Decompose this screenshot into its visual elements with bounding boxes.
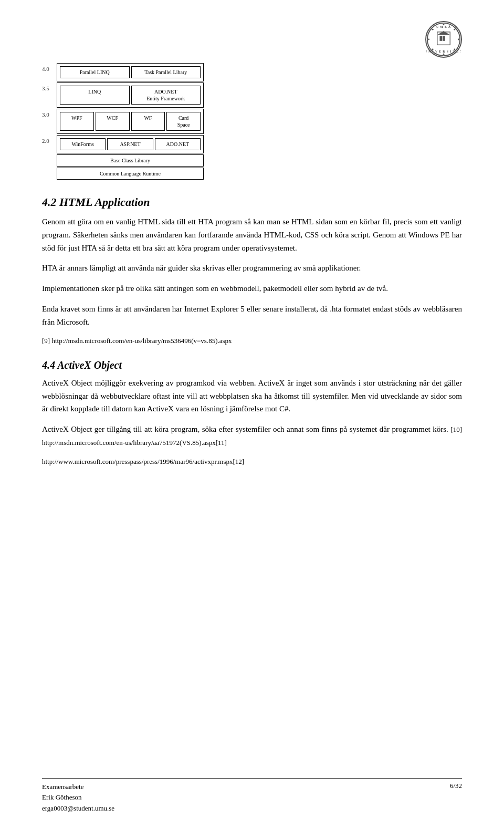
section-42-para3: Implementationen sker på tre olika sätt … <box>42 282 462 295</box>
section-42-reference: [9] http://msdn.microsoft.com/en-us/libr… <box>42 336 462 346</box>
task-parallel-cell: Task Parallel Libary <box>131 66 201 78</box>
section-44-heading: 4.4 ActiveX Object <box>42 359 462 371</box>
wcf-cell: WCF <box>96 112 130 131</box>
diagram-content-40: Parallel LINQ Task Parallel Libary <box>57 63 462 81</box>
svg-point-13 <box>428 39 429 40</box>
svg-point-12 <box>432 48 434 50</box>
svg-point-14 <box>432 29 434 30</box>
section-44-para2-text: ActiveX Object ger tillgång till att kör… <box>42 425 448 433</box>
section-42-para1: Genom att göra om en vanlig HTML sida ti… <box>42 215 462 254</box>
footer-label1: Examensarbete <box>42 782 114 793</box>
footer-label3: erga0003@student.umu.se <box>42 803 114 814</box>
svg-text:U N I V E R S I T E T: U N I V E R S I T E T <box>426 50 461 53</box>
adonet-cell: ADO.NET <box>155 138 201 150</box>
page-footer: Examensarbete Erik Götheson erga0003@stu… <box>42 778 462 814</box>
bcl-cell: Base Class Library <box>57 154 204 167</box>
logo-area: U M E Å U N I V E R S I T E T <box>42 21 462 58</box>
version-label-20: 2.0 <box>42 135 57 153</box>
footer-info: Examensarbete Erik Götheson erga0003@stu… <box>42 782 114 814</box>
version-label-35: 3.5 <box>42 82 57 108</box>
diagram-row-bcl: Base Class Library <box>42 154 462 167</box>
clr-cell: Common Language Runtime <box>57 168 204 180</box>
adonet-ef-cell: ADO.NET Entity Framework <box>131 86 201 105</box>
university-logo: U M E Å U N I V E R S I T E T <box>425 21 462 58</box>
parallel-linq-cell: Parallel LINQ <box>60 66 130 78</box>
diagram-row-clr: Common Language Runtime <box>42 168 462 180</box>
section-44-ref2: http://www.microsoft.com/presspass/press… <box>42 456 462 467</box>
footer-label2: Erik Götheson <box>42 792 114 803</box>
diagram-row-40: 4.0 Parallel LINQ Task Parallel Libary <box>42 63 462 81</box>
section-44-para1: ActiveX Object möjliggör exekvering av p… <box>42 377 462 416</box>
section-42-para4: Enda kravet som finns är att användaren … <box>42 303 462 329</box>
svg-point-11 <box>443 54 445 55</box>
version-label-30: 3.0 <box>42 109 57 134</box>
version-label-blank1 <box>42 154 57 167</box>
diagram-row-20: 2.0 WinForms ASP.NET ADO.NET <box>42 135 462 153</box>
diagram-content-30: WPF WCF WF Card Space <box>57 109 462 134</box>
section-44-para2: ActiveX Object ger tillgång till att kör… <box>42 423 462 449</box>
winforms-cell: WinForms <box>60 138 106 150</box>
diagram-row-30: 3.0 WPF WCF WF Card Space <box>42 109 462 134</box>
dotnet-diagram: 4.0 Parallel LINQ Task Parallel Libary 3… <box>42 63 462 180</box>
svg-rect-4 <box>439 36 442 40</box>
svg-marker-6 <box>437 31 450 35</box>
section-42-para2: HTA är annars lämpligt att använda när g… <box>42 262 462 275</box>
aspnet-cell: ASP.NET <box>107 138 153 150</box>
section-42-heading: 4.2 HTML Application <box>42 195 462 209</box>
svg-point-7 <box>443 24 445 25</box>
svg-text:U M E Å: U M E Å <box>436 25 451 28</box>
svg-rect-5 <box>443 36 445 40</box>
version-label-blank2 <box>42 168 57 180</box>
diagram-content-clr: Common Language Runtime <box>57 168 462 180</box>
diagram-content-20: WinForms ASP.NET ADO.NET <box>57 135 462 153</box>
diagram-content-bcl: Base Class Library <box>57 154 462 167</box>
diagram-row-35: 3.5 LINQ ADO.NET Entity Framework <box>42 82 462 108</box>
wf-cell: WF <box>131 112 165 131</box>
svg-point-8 <box>454 29 455 30</box>
diagram-content-35: LINQ ADO.NET Entity Framework <box>57 82 462 108</box>
footer-page: 6/32 <box>450 782 462 790</box>
svg-point-10 <box>454 48 455 50</box>
cardspace-cell: Card Space <box>166 112 201 131</box>
svg-point-9 <box>458 39 459 40</box>
linq-cell: LINQ <box>60 86 130 105</box>
wpf-cell: WPF <box>60 112 94 131</box>
version-label-40: 4.0 <box>42 63 57 81</box>
